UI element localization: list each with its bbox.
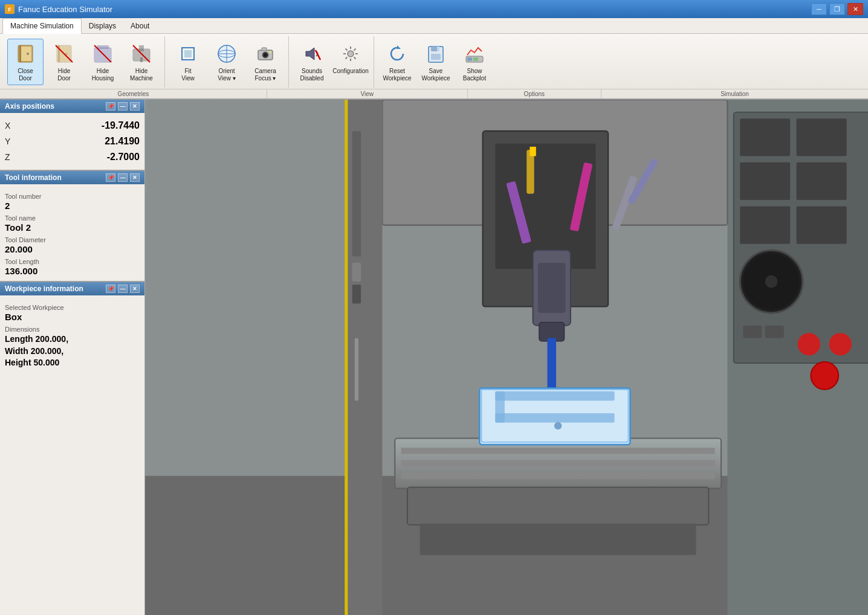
svg-point-61 bbox=[765, 275, 778, 288]
title-bar: F Fanuc Education Simulator ─ ❐ ✕ bbox=[0, 0, 868, 18]
svg-point-66 bbox=[811, 362, 838, 390]
axis-panel-pin2[interactable]: — bbox=[118, 102, 128, 111]
ribbon-group-view: FitView OrientView ▾ bbox=[165, 36, 289, 88]
sounds-disabled-label: SoundsDisabled bbox=[300, 68, 324, 82]
section-label-geometries: Geometries bbox=[0, 89, 267, 98]
tool-panel-pin[interactable]: 📌 bbox=[106, 173, 115, 182]
tool-name-label: Tool name bbox=[5, 214, 140, 222]
save-workpiece-button[interactable]: SaveWorkpiece bbox=[418, 39, 454, 85]
axis-z-label: Z bbox=[5, 152, 10, 162]
workpiece-information-content: Selected Workpiece Box Dimensions Length… bbox=[0, 295, 144, 374]
restore-button[interactable]: ❐ bbox=[829, 3, 845, 15]
workpiece-dimensions-value: Length 200.000, Width 200.000, Height 50… bbox=[5, 333, 140, 369]
tool-information-title: Tool information bbox=[5, 173, 62, 182]
fit-view-button[interactable]: FitView bbox=[170, 39, 206, 85]
svg-rect-84 bbox=[401, 448, 715, 454]
main-area: Axis positions 📌 — ✕ X -19.7440 Y 21.419… bbox=[0, 100, 868, 615]
svg-line-38 bbox=[354, 49, 356, 51]
axis-z-row: Z -2.7000 bbox=[5, 149, 140, 165]
tool-information-header: Tool information 📌 — ✕ bbox=[0, 171, 144, 184]
svg-rect-93 bbox=[495, 391, 505, 423]
tool-number-label: Tool number bbox=[5, 193, 140, 200]
svg-rect-88 bbox=[420, 524, 696, 555]
svg-rect-86 bbox=[401, 473, 715, 479]
workpiece-information-panel: Workpiece information 📌 — ✕ Selected Wor… bbox=[0, 282, 144, 615]
svg-line-36 bbox=[346, 49, 348, 51]
workpiece-panel-controls: 📌 — ✕ bbox=[106, 285, 140, 293]
svg-rect-81 bbox=[547, 338, 556, 394]
svg-rect-54 bbox=[797, 118, 847, 156]
svg-rect-97 bbox=[352, 263, 361, 282]
svg-rect-73 bbox=[526, 150, 534, 194]
section-label-view: View bbox=[267, 89, 468, 98]
machine-simulation-scene: › bbox=[145, 100, 868, 615]
tool-length-value: 136.000 bbox=[5, 266, 140, 276]
close-door-icon bbox=[13, 42, 37, 66]
svg-rect-92 bbox=[495, 413, 614, 423]
axis-positions-panel: Axis positions 📌 — ✕ X -19.7440 Y 21.419… bbox=[0, 100, 144, 171]
workpiece-information-title: Workpiece information bbox=[5, 285, 83, 293]
sounds-disabled-icon bbox=[300, 42, 324, 66]
ribbon: CloseDoor HideDoor bbox=[0, 34, 868, 100]
workpiece-panel-pin[interactable]: 📌 bbox=[106, 285, 115, 293]
ribbon-group-geometries: CloseDoor HideDoor bbox=[2, 36, 165, 88]
section-label-simulation: Simulation bbox=[601, 89, 868, 98]
svg-line-30 bbox=[316, 50, 320, 60]
hide-housing-button[interactable]: HideHousing bbox=[85, 39, 121, 85]
camera-focus-button[interactable]: CameraFocus ▾ bbox=[247, 39, 283, 85]
menu-item-displays[interactable]: Displays bbox=[82, 18, 123, 33]
orient-view-button[interactable]: OrientView ▾ bbox=[209, 39, 245, 85]
axis-x-label: X bbox=[5, 121, 10, 130]
tool-length-label: Tool Length bbox=[5, 258, 140, 265]
svg-text:F: F bbox=[8, 7, 11, 13]
app-icon: F bbox=[5, 4, 15, 14]
menu-item-machine-simulation[interactable]: Machine Simulation bbox=[2, 18, 82, 34]
tool-panel-pin2[interactable]: — bbox=[118, 173, 128, 182]
configuration-button[interactable]: Configuration bbox=[332, 39, 369, 81]
reset-workpiece-icon bbox=[385, 42, 409, 66]
ribbon-content: CloseDoor HideDoor bbox=[0, 36, 868, 88]
axis-positions-content: X -19.7440 Y 21.4190 Z -2.7000 bbox=[0, 113, 144, 170]
show-backplot-label: ShowBackplot bbox=[463, 68, 486, 82]
close-door-label: CloseDoor bbox=[18, 68, 33, 82]
svg-point-26 bbox=[264, 53, 267, 57]
menu-item-about[interactable]: About bbox=[123, 18, 157, 33]
workpiece-panel-close[interactable]: ✕ bbox=[130, 285, 140, 293]
title-bar-controls: ─ ❐ ✕ bbox=[811, 3, 863, 15]
hide-machine-label: HideMachine bbox=[130, 68, 153, 82]
tool-information-panel: Tool information 📌 — ✕ Tool number 2 Too… bbox=[0, 171, 144, 282]
svg-point-4 bbox=[27, 53, 29, 55]
svg-rect-55 bbox=[740, 163, 790, 200]
close-door-button[interactable]: CloseDoor bbox=[7, 39, 44, 85]
axis-panel-close[interactable]: ✕ bbox=[130, 102, 140, 111]
axis-panel-pin[interactable]: 📌 bbox=[106, 102, 115, 111]
section-label-options: Options bbox=[468, 89, 601, 98]
svg-rect-91 bbox=[495, 391, 614, 401]
show-backplot-button[interactable]: ShowBackplot bbox=[456, 39, 493, 85]
axis-y-value: 21.4190 bbox=[105, 136, 140, 147]
camera-focus-icon bbox=[253, 42, 277, 66]
viewport[interactable]: › bbox=[145, 100, 868, 615]
camera-focus-label: CameraFocus ▾ bbox=[254, 68, 276, 82]
ribbon-group-simulation: ResetWorkpiece SaveWorkpiece bbox=[374, 36, 497, 88]
minimize-button[interactable]: ─ bbox=[811, 3, 827, 15]
workpiece-selected-value: Box bbox=[5, 312, 140, 322]
svg-point-65 bbox=[829, 333, 852, 355]
fit-view-label: FitView bbox=[181, 68, 195, 82]
reset-workpiece-label: ResetWorkpiece bbox=[383, 68, 411, 82]
tool-panel-close[interactable]: ✕ bbox=[130, 173, 140, 182]
orient-view-label: OrientView ▾ bbox=[218, 68, 235, 82]
sounds-disabled-button[interactable]: SoundsDisabled bbox=[294, 39, 330, 85]
workpiece-panel-pin2[interactable]: — bbox=[118, 285, 128, 293]
hide-door-button[interactable]: HideDoor bbox=[46, 39, 82, 85]
hide-machine-button[interactable]: HideMachine bbox=[123, 39, 160, 85]
axis-panel-controls: 📌 — ✕ bbox=[106, 102, 140, 111]
reset-workpiece-button[interactable]: ResetWorkpiece bbox=[379, 39, 415, 85]
configuration-label: Configuration bbox=[332, 68, 368, 75]
close-button[interactable]: ✕ bbox=[847, 3, 863, 15]
hide-housing-label: HideHousing bbox=[92, 68, 114, 82]
hide-door-label: HideDoor bbox=[57, 68, 71, 82]
svg-rect-62 bbox=[743, 326, 762, 338]
svg-marker-29 bbox=[306, 48, 314, 60]
save-workpiece-icon bbox=[424, 42, 448, 66]
